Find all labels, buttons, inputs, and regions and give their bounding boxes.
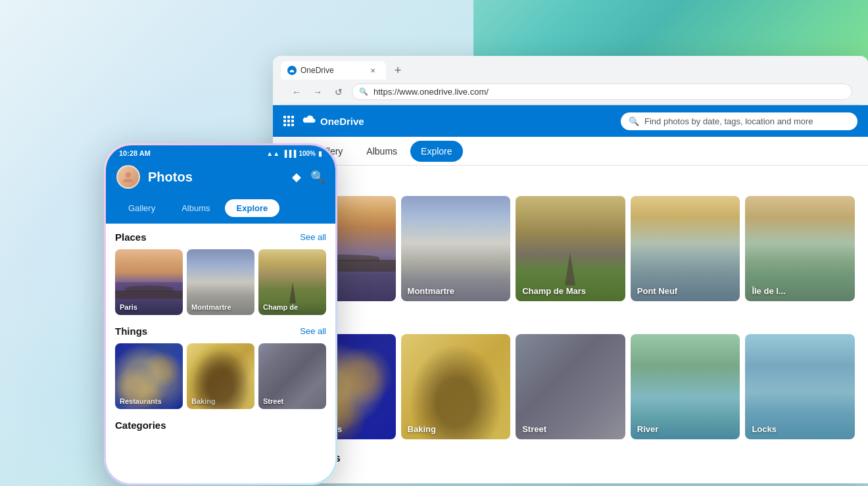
svg-point-0	[126, 172, 131, 178]
things-photo-grid: Restaurants Baking Street River Locks	[286, 334, 855, 439]
phone-frame: 10:28 AM ▲▲ ▐▐▐ 100% ▮ Photos ◆ 🔍	[104, 143, 337, 485]
eiffel-decoration	[565, 253, 575, 285]
eiffel-deco-small	[289, 282, 296, 303]
url-text: https://www.onedrive.live.com/	[374, 87, 489, 97]
place-label-montmartre: Montmartre	[408, 286, 455, 296]
battery-icon: ▮	[318, 150, 322, 157]
phone-thing-label-street: Street	[263, 397, 283, 405]
waffle-menu-button[interactable]	[283, 116, 294, 126]
browser-tab-onedrive[interactable]: OneDrive ✕	[281, 61, 386, 80]
onedrive-search-bar[interactable]: 🔍 Find photos by date, tags, location an…	[621, 112, 857, 130]
phone-status-bar: 10:28 AM ▲▲ ▐▐▐ 100% ▮	[106, 145, 335, 160]
phone-content: Places See all Paris Montmartre Champ de	[106, 224, 335, 483]
thing-label-street: Street	[522, 424, 546, 434]
phone-tab-albums[interactable]: Albums	[170, 199, 222, 217]
status-icons: ▲▲ ▐▐▐ 100% ▮	[266, 150, 322, 157]
thing-label-locks: Locks	[752, 424, 777, 434]
browser-chrome: OneDrive ✕ + ← → ↺ 🔍 https://www.onedriv…	[273, 56, 868, 105]
browser-tab-label: OneDrive	[301, 66, 334, 75]
food-deco	[115, 343, 183, 409]
phone-thing-label-restaurants: Restaurants	[120, 397, 162, 405]
phone-app-title: Photos	[148, 170, 284, 185]
thing-card-river[interactable]: River	[631, 334, 740, 439]
search-icon: 🔍	[629, 116, 639, 126]
place-card-ile[interactable]: Île de l...	[745, 196, 855, 301]
place-card-champ-de-mars[interactable]: Champ de Mars	[516, 196, 625, 301]
places-see-all-button[interactable]: See all	[300, 232, 326, 242]
bridge-deco	[115, 291, 183, 299]
place-card-pont-neuf[interactable]: Pont Neuf	[631, 196, 740, 301]
phone-inner: 10:28 AM ▲▲ ▐▐▐ 100% ▮ Photos ◆ 🔍	[106, 145, 335, 483]
phone-categories-header: Categories	[115, 420, 326, 431]
phone-place-label-paris: Paris	[120, 303, 137, 311]
phone-thing-baking[interactable]: Baking	[187, 343, 254, 409]
phone-header-icons: ◆ 🔍	[292, 170, 325, 184]
thing-card-baking[interactable]: Baking	[401, 334, 511, 439]
cloud-icon	[302, 114, 316, 128]
baking-deco	[187, 343, 254, 409]
place-label-champ: Champ de Mars	[522, 286, 586, 296]
onedrive-logo: OneDrive	[302, 114, 364, 128]
categories-section-title: Categories	[286, 452, 855, 464]
phone-search-icon[interactable]: 🔍	[310, 170, 325, 184]
place-card-montmartre[interactable]: Montmartre	[401, 196, 511, 301]
phone-thing-label-baking: Baking	[191, 397, 216, 405]
phone-categories-title: Categories	[115, 420, 166, 431]
refresh-button[interactable]: ↺	[331, 84, 347, 100]
phone-tab-explore[interactable]: Explore	[225, 199, 280, 217]
browser-address-bar: ← → ↺ 🔍 https://www.onedrive.live.com/	[281, 80, 860, 105]
new-tab-button[interactable]: +	[389, 61, 407, 80]
onedrive-app-name: OneDrive	[320, 116, 364, 127]
phone-places-header: Places See all	[115, 231, 326, 243]
phone-place-label-champ: Champ de	[263, 303, 298, 311]
phone-place-montmartre[interactable]: Montmartre	[187, 249, 254, 315]
thing-label-baking: Baking	[408, 424, 436, 434]
onedrive-favicon	[287, 66, 297, 75]
phone-thing-street[interactable]: Street	[258, 343, 326, 409]
phone-places-title: Places	[115, 231, 147, 243]
battery-text: 100%	[299, 150, 316, 157]
back-button[interactable]: ←	[289, 84, 304, 100]
phone-place-paris[interactable]: Paris	[115, 249, 183, 315]
forward-button[interactable]: →	[310, 84, 326, 100]
thing-card-locks[interactable]: Locks	[745, 334, 855, 439]
place-label-pontneuf: Pont Neuf	[637, 286, 677, 296]
thing-card-street[interactable]: Street	[516, 334, 625, 439]
diamond-icon[interactable]: ◆	[292, 170, 301, 184]
url-search-icon: 🔍	[359, 87, 368, 96]
phone-places-row: Paris Montmartre Champ de	[115, 249, 326, 315]
places-section-title: Places	[286, 176, 855, 188]
status-time: 10:28 AM	[119, 149, 151, 157]
onedrive-nav: ☰ Gallery Albums Explore	[273, 137, 868, 166]
phone-app-header: Photos ◆ 🔍	[106, 160, 335, 197]
onedrive-content: Places Paris Montmartre Champ de Mars Po…	[273, 166, 868, 481]
phone-tab-gallery[interactable]: Gallery	[116, 199, 167, 217]
browser-window: OneDrive ✕ + ← → ↺ 🔍 https://www.onedriv…	[273, 56, 868, 483]
tab-explore[interactable]: Explore	[410, 141, 462, 162]
things-see-all-button[interactable]: See all	[300, 326, 326, 336]
tab-albums[interactable]: Albums	[356, 141, 408, 162]
phone-thing-restaurants[interactable]: Restaurants	[115, 343, 183, 409]
thing-label-river: River	[637, 424, 659, 434]
browser-tab-close-button[interactable]: ✕	[368, 65, 378, 76]
url-bar[interactable]: 🔍 https://www.onedrive.live.com/	[352, 84, 852, 100]
phone-things-title: Things	[115, 326, 147, 337]
places-photo-grid: Paris Montmartre Champ de Mars Pont Neuf…	[286, 196, 855, 301]
phone-things-header: Things See all	[115, 326, 326, 337]
place-label-ile: Île de l...	[752, 286, 785, 296]
mobile-phone: 10:28 AM ▲▲ ▐▐▐ 100% ▮ Photos ◆ 🔍	[104, 143, 337, 485]
browser-tab-bar: OneDrive ✕ +	[281, 61, 860, 80]
phone-place-champ[interactable]: Champ de	[258, 249, 326, 315]
wifi-icon: ▲▲	[266, 150, 279, 157]
user-avatar[interactable]	[116, 165, 140, 189]
search-placeholder-text: Find photos by date, tags, location and …	[644, 116, 813, 126]
phone-things-row: Restaurants Baking Street	[115, 343, 326, 409]
onedrive-header: OneDrive 🔍 Find photos by date, tags, lo…	[273, 105, 868, 137]
signal-icon: ▐▐▐	[282, 150, 296, 157]
things-section-title: Things	[286, 314, 855, 326]
phone-place-label-montmartre: Montmartre	[191, 303, 231, 311]
phone-nav: Gallery Albums Explore	[106, 197, 335, 224]
